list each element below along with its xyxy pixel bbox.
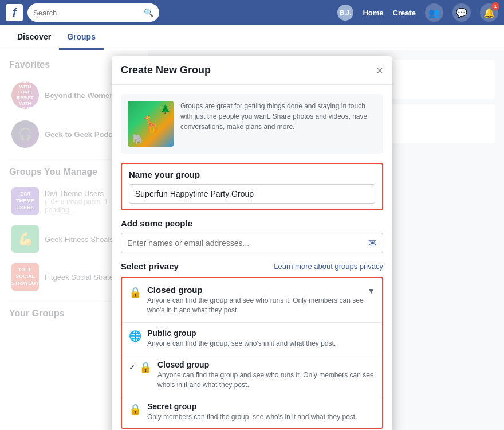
friends-icon-btn[interactable]: 👥 bbox=[425, 3, 443, 22]
privacy-selected-text: Closed group Anyone can find the group a… bbox=[147, 285, 375, 315]
privacy-option-closed-name: Closed group bbox=[158, 360, 375, 369]
page-tabs: Discover Groups bbox=[0, 25, 504, 50]
nav-home-link[interactable]: Home bbox=[363, 9, 383, 17]
privacy-option-secret-name: Secret group bbox=[147, 402, 375, 411]
privacy-option-secret[interactable]: 🔒 Secret group Only members can find the… bbox=[122, 396, 382, 428]
selected-lock-icon: 🔒 bbox=[129, 286, 141, 299]
banner-description: Groups are great for getting things done… bbox=[180, 101, 376, 147]
modal-banner: 🦒 🐘 🌲 Groups are great for getting thing… bbox=[121, 94, 383, 154]
avatar: B.J. bbox=[337, 5, 353, 21]
banner-image: 🦒 🐘 🌲 bbox=[128, 101, 174, 147]
search-icon: 🔍 bbox=[144, 8, 153, 17]
search-input[interactable] bbox=[33, 9, 141, 17]
privacy-option-public-name: Public group bbox=[147, 329, 375, 338]
tab-discover[interactable]: Discover bbox=[9, 25, 59, 50]
messages-icon-btn[interactable]: 💬 bbox=[452, 3, 471, 22]
modal-body: 🦒 🐘 🌲 Groups are great for getting thing… bbox=[112, 85, 392, 430]
privacy-label: Select privacy bbox=[121, 261, 179, 271]
privacy-option-closed-text: Closed group Anyone can find the group a… bbox=[158, 360, 375, 390]
facebook-logo[interactable]: f bbox=[6, 4, 23, 21]
people-label: Add some people bbox=[121, 218, 383, 228]
privacy-option-closed-desc: Anyone can find the group and see who ru… bbox=[158, 370, 375, 390]
globe-icon: 🌐 bbox=[129, 330, 141, 342]
create-group-modal: Create New Group × 🦒 🐘 🌲 Groups are grea… bbox=[112, 56, 392, 430]
privacy-option-public[interactable]: 🌐 Public group Anyone can find the group… bbox=[122, 323, 382, 355]
notification-badge: 1 bbox=[491, 2, 499, 10]
dropdown-arrow-icon: ▼ bbox=[367, 286, 375, 295]
privacy-selected-name: Closed group bbox=[147, 285, 375, 295]
notifications-icon-btn[interactable]: 🔔 1 bbox=[480, 3, 498, 22]
privacy-option-secret-text: Secret group Only members can find the g… bbox=[147, 402, 375, 422]
privacy-option-public-desc: Anyone can find the group, see who's in … bbox=[147, 339, 375, 349]
privacy-options-list: 🌐 Public group Anyone can find the group… bbox=[122, 323, 382, 428]
lock-icon-secret: 🔒 bbox=[129, 403, 141, 416]
modal-header: Create New Group × bbox=[112, 56, 392, 85]
send-icon: ✉ bbox=[368, 237, 377, 249]
search-bar: 🔍 bbox=[27, 3, 159, 22]
check-icon: ✓ bbox=[129, 362, 136, 372]
group-name-input[interactable] bbox=[129, 184, 375, 204]
main-content: Favorites UNITE WITH LOVE,RESIST WITH LO… bbox=[0, 50, 504, 430]
people-section: Add some people ✉ bbox=[121, 218, 383, 253]
name-label: Name your group bbox=[129, 170, 375, 179]
privacy-option-closed[interactable]: ✓ 🔒 Closed group Anyone can find the gro… bbox=[122, 354, 382, 396]
privacy-header: Select privacy Learn more about groups p… bbox=[121, 261, 383, 271]
modal-title: Create New Group bbox=[121, 64, 211, 76]
name-section: Name your group bbox=[121, 163, 383, 210]
privacy-learn-more-link[interactable]: Learn more about groups privacy bbox=[274, 262, 383, 271]
nav-create-link[interactable]: Create bbox=[393, 9, 416, 17]
privacy-option-secret-desc: Only members can find the group, see who… bbox=[147, 412, 375, 422]
nav-links: B.J. Home Create 👥 💬 🔔 1 bbox=[337, 3, 498, 22]
modal-close-button[interactable]: × bbox=[376, 65, 383, 76]
people-input-wrap: ✉ bbox=[121, 233, 383, 253]
navbar: f 🔍 B.J. Home Create 👥 💬 🔔 1 bbox=[0, 0, 504, 25]
privacy-selected-option[interactable]: 🔒 Closed group Anyone can find the group… bbox=[122, 278, 382, 323]
tab-groups[interactable]: Groups bbox=[59, 25, 104, 50]
people-input[interactable] bbox=[127, 239, 368, 248]
modal-wrapper: Create New Group × 🦒 🐘 🌲 Groups are grea… bbox=[0, 50, 504, 430]
lock-icon-closed: 🔒 bbox=[139, 361, 152, 374]
privacy-selected-desc: Anyone can find the group and see who ru… bbox=[147, 296, 375, 315]
privacy-dropdown-box: 🔒 Closed group Anyone can find the group… bbox=[121, 277, 383, 429]
privacy-option-public-text: Public group Anyone can find the group, … bbox=[147, 329, 375, 349]
